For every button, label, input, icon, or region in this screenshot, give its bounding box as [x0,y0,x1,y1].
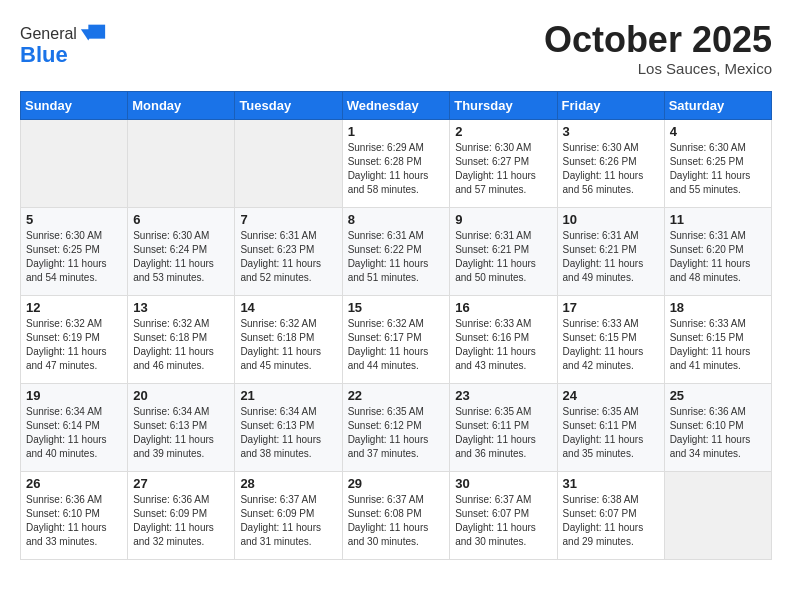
weekday-header: Tuesday [235,91,342,119]
day-info: Sunrise: 6:30 AM Sunset: 6:25 PM Dayligh… [670,141,766,197]
day-number: 11 [670,212,766,227]
day-number: 14 [240,300,336,315]
day-number: 15 [348,300,445,315]
day-info: Sunrise: 6:37 AM Sunset: 6:07 PM Dayligh… [455,493,551,549]
calendar-week-row: 19Sunrise: 6:34 AM Sunset: 6:14 PM Dayli… [21,383,772,471]
day-info: Sunrise: 6:35 AM Sunset: 6:11 PM Dayligh… [563,405,659,461]
calendar-cell: 18Sunrise: 6:33 AM Sunset: 6:15 PM Dayli… [664,295,771,383]
day-number: 19 [26,388,122,403]
calendar-cell: 12Sunrise: 6:32 AM Sunset: 6:19 PM Dayli… [21,295,128,383]
calendar: SundayMondayTuesdayWednesdayThursdayFrid… [20,91,772,560]
calendar-cell: 10Sunrise: 6:31 AM Sunset: 6:21 PM Dayli… [557,207,664,295]
day-info: Sunrise: 6:30 AM Sunset: 6:26 PM Dayligh… [563,141,659,197]
day-number: 4 [670,124,766,139]
day-info: Sunrise: 6:33 AM Sunset: 6:16 PM Dayligh… [455,317,551,373]
day-info: Sunrise: 6:36 AM Sunset: 6:10 PM Dayligh… [26,493,122,549]
logo-general-text: General [20,25,77,43]
day-info: Sunrise: 6:37 AM Sunset: 6:08 PM Dayligh… [348,493,445,549]
calendar-cell: 16Sunrise: 6:33 AM Sunset: 6:16 PM Dayli… [450,295,557,383]
calendar-cell: 23Sunrise: 6:35 AM Sunset: 6:11 PM Dayli… [450,383,557,471]
calendar-week-row: 5Sunrise: 6:30 AM Sunset: 6:25 PM Daylig… [21,207,772,295]
calendar-cell: 29Sunrise: 6:37 AM Sunset: 6:08 PM Dayli… [342,471,450,559]
day-info: Sunrise: 6:31 AM Sunset: 6:23 PM Dayligh… [240,229,336,285]
day-info: Sunrise: 6:31 AM Sunset: 6:20 PM Dayligh… [670,229,766,285]
calendar-cell: 6Sunrise: 6:30 AM Sunset: 6:24 PM Daylig… [128,207,235,295]
day-number: 5 [26,212,122,227]
weekday-header: Saturday [664,91,771,119]
calendar-cell [128,119,235,207]
calendar-cell: 15Sunrise: 6:32 AM Sunset: 6:17 PM Dayli… [342,295,450,383]
day-number: 2 [455,124,551,139]
calendar-cell: 5Sunrise: 6:30 AM Sunset: 6:25 PM Daylig… [21,207,128,295]
calendar-cell [21,119,128,207]
day-number: 23 [455,388,551,403]
day-info: Sunrise: 6:35 AM Sunset: 6:12 PM Dayligh… [348,405,445,461]
day-number: 26 [26,476,122,491]
day-info: Sunrise: 6:31 AM Sunset: 6:22 PM Dayligh… [348,229,445,285]
calendar-cell: 3Sunrise: 6:30 AM Sunset: 6:26 PM Daylig… [557,119,664,207]
calendar-cell: 30Sunrise: 6:37 AM Sunset: 6:07 PM Dayli… [450,471,557,559]
calendar-cell: 2Sunrise: 6:30 AM Sunset: 6:27 PM Daylig… [450,119,557,207]
day-number: 25 [670,388,766,403]
weekday-header: Thursday [450,91,557,119]
calendar-cell: 8Sunrise: 6:31 AM Sunset: 6:22 PM Daylig… [342,207,450,295]
day-number: 12 [26,300,122,315]
day-info: Sunrise: 6:30 AM Sunset: 6:27 PM Dayligh… [455,141,551,197]
day-info: Sunrise: 6:34 AM Sunset: 6:13 PM Dayligh… [133,405,229,461]
day-info: Sunrise: 6:33 AM Sunset: 6:15 PM Dayligh… [670,317,766,373]
logo: General Blue [20,20,107,68]
calendar-cell: 31Sunrise: 6:38 AM Sunset: 6:07 PM Dayli… [557,471,664,559]
day-number: 20 [133,388,229,403]
day-info: Sunrise: 6:32 AM Sunset: 6:18 PM Dayligh… [240,317,336,373]
day-number: 17 [563,300,659,315]
calendar-cell: 13Sunrise: 6:32 AM Sunset: 6:18 PM Dayli… [128,295,235,383]
calendar-week-row: 1Sunrise: 6:29 AM Sunset: 6:28 PM Daylig… [21,119,772,207]
weekday-header: Wednesday [342,91,450,119]
day-info: Sunrise: 6:30 AM Sunset: 6:24 PM Dayligh… [133,229,229,285]
day-info: Sunrise: 6:36 AM Sunset: 6:09 PM Dayligh… [133,493,229,549]
day-number: 10 [563,212,659,227]
day-info: Sunrise: 6:29 AM Sunset: 6:28 PM Dayligh… [348,141,445,197]
calendar-cell: 19Sunrise: 6:34 AM Sunset: 6:14 PM Dayli… [21,383,128,471]
calendar-cell: 4Sunrise: 6:30 AM Sunset: 6:25 PM Daylig… [664,119,771,207]
day-info: Sunrise: 6:31 AM Sunset: 6:21 PM Dayligh… [455,229,551,285]
day-info: Sunrise: 6:36 AM Sunset: 6:10 PM Dayligh… [670,405,766,461]
calendar-cell: 27Sunrise: 6:36 AM Sunset: 6:09 PM Dayli… [128,471,235,559]
calendar-cell: 26Sunrise: 6:36 AM Sunset: 6:10 PM Dayli… [21,471,128,559]
day-number: 21 [240,388,336,403]
calendar-cell [235,119,342,207]
calendar-week-row: 26Sunrise: 6:36 AM Sunset: 6:10 PM Dayli… [21,471,772,559]
calendar-cell: 1Sunrise: 6:29 AM Sunset: 6:28 PM Daylig… [342,119,450,207]
day-number: 13 [133,300,229,315]
day-info: Sunrise: 6:31 AM Sunset: 6:21 PM Dayligh… [563,229,659,285]
day-number: 22 [348,388,445,403]
day-number: 7 [240,212,336,227]
day-info: Sunrise: 6:32 AM Sunset: 6:19 PM Dayligh… [26,317,122,373]
day-number: 31 [563,476,659,491]
weekday-header: Monday [128,91,235,119]
calendar-cell: 25Sunrise: 6:36 AM Sunset: 6:10 PM Dayli… [664,383,771,471]
calendar-cell: 14Sunrise: 6:32 AM Sunset: 6:18 PM Dayli… [235,295,342,383]
header: General Blue October 2025 Los Sauces, Me… [20,20,772,77]
calendar-week-row: 12Sunrise: 6:32 AM Sunset: 6:19 PM Dayli… [21,295,772,383]
day-number: 3 [563,124,659,139]
month-title: October 2025 [544,20,772,60]
weekday-header: Sunday [21,91,128,119]
calendar-cell: 9Sunrise: 6:31 AM Sunset: 6:21 PM Daylig… [450,207,557,295]
calendar-cell: 21Sunrise: 6:34 AM Sunset: 6:13 PM Dayli… [235,383,342,471]
day-info: Sunrise: 6:30 AM Sunset: 6:25 PM Dayligh… [26,229,122,285]
calendar-cell: 28Sunrise: 6:37 AM Sunset: 6:09 PM Dayli… [235,471,342,559]
day-info: Sunrise: 6:35 AM Sunset: 6:11 PM Dayligh… [455,405,551,461]
day-number: 6 [133,212,229,227]
day-info: Sunrise: 6:32 AM Sunset: 6:17 PM Dayligh… [348,317,445,373]
day-info: Sunrise: 6:34 AM Sunset: 6:14 PM Dayligh… [26,405,122,461]
calendar-cell: 20Sunrise: 6:34 AM Sunset: 6:13 PM Dayli… [128,383,235,471]
day-number: 28 [240,476,336,491]
logo-icon [79,20,107,48]
day-number: 24 [563,388,659,403]
location: Los Sauces, Mexico [544,60,772,77]
day-info: Sunrise: 6:33 AM Sunset: 6:15 PM Dayligh… [563,317,659,373]
day-info: Sunrise: 6:32 AM Sunset: 6:18 PM Dayligh… [133,317,229,373]
day-number: 27 [133,476,229,491]
day-number: 16 [455,300,551,315]
